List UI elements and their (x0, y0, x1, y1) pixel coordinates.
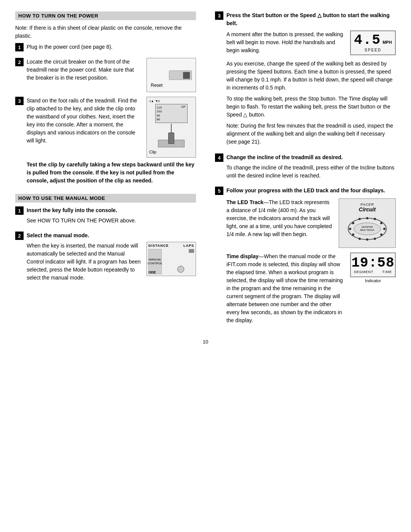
manual-step1-content: Insert the key fully into the console. S… (27, 206, 196, 227)
manual-step1: 1 Insert the key fully into the console.… (15, 206, 196, 227)
time-display-figures: 19:58 SEGMENT TIME Indicator (350, 252, 396, 327)
time-segment-label: SEGMENT (354, 270, 374, 274)
step2-number: 2 (15, 58, 24, 66)
right-step3-para1: A moment after the button is pressed, th… (226, 30, 346, 54)
mode-btn (189, 249, 194, 253)
step1-number: 1 (15, 43, 24, 51)
pacer-brand: PACER Circuit (359, 203, 376, 212)
svg-point-2 (366, 217, 368, 219)
right-step5-number: 5 (215, 187, 223, 195)
step3-number: 3 (15, 97, 24, 105)
reset-figure: Reset (147, 58, 196, 92)
step5-text: The LED Track—The LED track represents a… (226, 198, 333, 248)
svg-text:MILE TRACK: MILE TRACK (360, 229, 375, 231)
manual-step2: 2 Select the manual mode. When the key i… (15, 232, 196, 284)
ode-label: ODE (148, 270, 156, 274)
led-track-dash: — (263, 199, 269, 205)
time-bottom: SEGMENT TIME (352, 270, 393, 274)
svg-point-12 (352, 222, 354, 224)
manual-step1-sub: See HOW TO TURN ON THE POWER above. (27, 217, 196, 225)
track-oval-svg: QUARTER MILE TRACK (346, 216, 388, 242)
right-step5-content: Follow your progress with the LED track … (226, 187, 396, 327)
step5-figures: PACER Circuit (339, 198, 396, 248)
track-oval: QUARTER MILE TRACK (346, 216, 388, 242)
clip-figure (168, 133, 174, 144)
right-step3-number: 3 (215, 11, 223, 20)
svg-point-11 (349, 228, 351, 230)
manual-step2-number: 2 (15, 232, 24, 240)
manual-step2-content: Select the manual mode. When the key is … (27, 232, 196, 284)
time-display-dash: — (259, 253, 264, 259)
right-step4-content: Change the incline of the treadmill as d… (226, 153, 396, 182)
step2: 2 Locate the circuit breaker on the fron… (15, 58, 196, 92)
right-step4-text: To change the incline of the treadmill, … (226, 164, 396, 180)
speed-unit: MPH (382, 40, 392, 45)
right-step4-heading: Change the incline of the treadmill as d… (226, 153, 396, 161)
time-display-text: When the manual mode or the iFIT.com mod… (226, 253, 343, 323)
manual-step1-bold: Insert the key fully into the console. (27, 206, 196, 214)
manual-top-right: LAPS (183, 244, 194, 248)
reset-label: Reset (151, 83, 162, 88)
time-display-text-area: Time display—When the manual mode or the… (226, 252, 344, 327)
right-step3: 3 Press the Start button or the Speed △ … (215, 11, 396, 149)
led-track-display: PACER Circuit (339, 198, 396, 248)
left-column: HOW TO TURN ON THE POWER Note: If there … (15, 11, 200, 331)
manual-step1-number: 1 (15, 206, 24, 215)
manual-step2-bold: Select the manual mode. (27, 232, 196, 240)
clip-label: Clip (149, 150, 156, 154)
indicator-label: Indicator (350, 278, 396, 283)
right-step3-content: Press the Start button or the Speed △ bu… (226, 11, 396, 149)
step2-text: Locate the circuit breaker on the front … (27, 58, 143, 82)
circuit-text: Circuit (359, 206, 376, 212)
section2-title: HOW TO USE THE MANUAL MODE (15, 194, 196, 203)
manual-step2-text: When the key is inserted, the manual mod… (27, 242, 143, 282)
svg-point-10 (352, 233, 354, 236)
led-track-para: The LED Track—The LED track represents a… (226, 198, 333, 238)
time-display-row: Time display—When the manual mode or the… (226, 252, 396, 327)
right-step3-para2: As you exercise, change the speed of the… (226, 60, 396, 92)
right-step5-heading: Follow your progress with the LED track … (226, 187, 396, 195)
manual-display-figure: DISTANCE LAPS MANUAL CONTROL (147, 242, 196, 276)
speed-bottom-label: SPEED (365, 48, 381, 52)
speed-number: 4.5 (354, 34, 381, 47)
step1-text: Plug in the power cord (see page 8). (27, 43, 196, 51)
right-step3-heading: Press the Start button or the Speed △ bu… (226, 11, 396, 27)
step1-content: Plug in the power cord (see page 8). (27, 43, 196, 53)
step2-content: Locate the circuit breaker on the front … (27, 58, 196, 92)
speed-display-figure: 4.5 MPH SPEED (350, 30, 396, 55)
step3-content: Stand on the foot rails of the treadmill… (27, 97, 196, 187)
manual-top-row: DISTANCE LAPS (148, 244, 194, 248)
manual-top-left: DISTANCE (148, 244, 169, 248)
time-display-heading: Time display (226, 253, 259, 259)
right-step4-number: 4 (215, 153, 223, 162)
manual-btn-row (163, 249, 194, 253)
svg-point-7 (374, 238, 376, 240)
right-column: 3 Press the Start button or the Speed △ … (211, 11, 396, 331)
svg-point-5 (383, 228, 386, 230)
time-display-para: Time display—When the manual mode or the… (226, 252, 344, 324)
svg-point-13 (358, 218, 361, 220)
section1-title: HOW TO TURN ON THE POWER (15, 11, 196, 20)
time-label: TIME (382, 270, 392, 274)
note-text: Note: If there is a thin sheet of clear … (15, 24, 196, 40)
right-step5: 5 Follow your progress with the LED trac… (215, 187, 396, 327)
step5-row: The LED Track—The LED track represents a… (226, 198, 396, 248)
svg-point-8 (366, 238, 368, 241)
svg-point-3 (374, 218, 376, 220)
right-step3-para3: To stop the walking belt, press the Stop… (226, 95, 396, 119)
svg-point-6 (380, 233, 382, 236)
step3-bold: Test the clip by carefully taking a few … (27, 161, 196, 185)
mode-circle (177, 266, 184, 273)
svg-point-9 (358, 238, 361, 240)
svg-point-4 (380, 222, 382, 224)
right-step4: 4 Change the incline of the treadmill as… (215, 153, 396, 182)
speed-display: 4.5 MPH SPEED (350, 30, 396, 55)
step1: 1 Plug in the power cord (see page 8). (15, 43, 196, 53)
time-display: 19:58 SEGMENT TIME (350, 252, 396, 277)
manual-control-label: MANUAL CONTROL (148, 258, 162, 266)
right-step3-note: Note: During the first few minutes that … (226, 122, 396, 146)
time-number: 19:58 (351, 256, 394, 270)
page-number: 10 (15, 339, 396, 345)
pacer-text: PACER (359, 203, 376, 206)
time-display-figure: 19:58 SEGMENT TIME Indicator (350, 252, 396, 283)
